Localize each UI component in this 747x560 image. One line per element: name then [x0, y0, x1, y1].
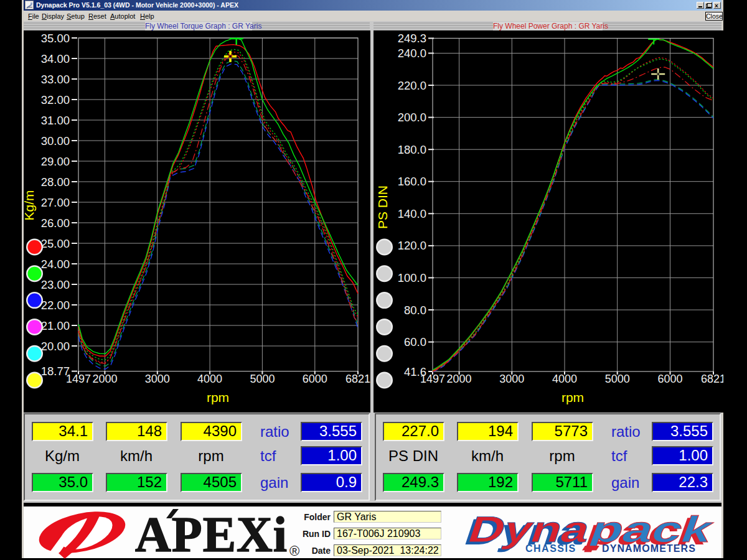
svg-text:30.00: 30.00 — [41, 134, 70, 147]
svg-text:160.0: 160.0 — [398, 175, 426, 188]
svg-text:120.0: 120.0 — [398, 239, 426, 252]
svg-text:240.0: 240.0 — [398, 47, 426, 60]
svg-text:APEXi: APEXi — [135, 507, 288, 560]
svg-text:26.00: 26.00 — [41, 217, 70, 230]
svg-text:1497: 1497 — [66, 373, 91, 385]
svg-text:220.0: 220.0 — [398, 79, 426, 92]
svg-text:180.0: 180.0 — [398, 143, 426, 156]
svg-text:21.00: 21.00 — [41, 319, 70, 332]
svg-text:6821: 6821 — [345, 373, 370, 385]
svg-text:33.00: 33.00 — [41, 73, 70, 86]
svg-text:6821: 6821 — [701, 373, 723, 385]
svg-text:2000: 2000 — [92, 373, 117, 385]
svg-text:23.00: 23.00 — [41, 278, 70, 291]
svg-text:DYNAMOMETERS: DYNAMOMETERS — [602, 543, 696, 554]
svg-text:249.3: 249.3 — [398, 32, 426, 45]
svg-text:31.00: 31.00 — [41, 114, 70, 127]
svg-text:CHASSIS: CHASSIS — [525, 543, 576, 554]
svg-text:rpm: rpm — [561, 390, 584, 404]
svg-text:24.00: 24.00 — [41, 258, 70, 271]
svg-text:Kg/m: Kg/m — [24, 190, 36, 220]
svg-text:140.0: 140.0 — [398, 207, 426, 220]
svg-text:6000: 6000 — [303, 373, 327, 385]
svg-text:34.00: 34.00 — [41, 52, 70, 65]
svg-text:27.00: 27.00 — [41, 196, 70, 209]
svg-text:32.00: 32.00 — [41, 93, 70, 106]
svg-text:5000: 5000 — [250, 373, 275, 385]
svg-text:29.00: 29.00 — [41, 155, 70, 168]
svg-text:35.00: 35.00 — [41, 32, 70, 45]
svg-text:4000: 4000 — [197, 373, 222, 385]
svg-text:200.0: 200.0 — [398, 111, 426, 124]
svg-text:80.0: 80.0 — [404, 304, 426, 317]
svg-text:60.0: 60.0 — [404, 335, 426, 348]
svg-text:PS DIN: PS DIN — [375, 185, 390, 229]
svg-text:22.00: 22.00 — [41, 299, 70, 312]
svg-text:28.00: 28.00 — [41, 175, 70, 189]
svg-text:3000: 3000 — [145, 373, 170, 385]
svg-text:rpm: rpm — [207, 390, 229, 404]
svg-text:20.00: 20.00 — [41, 340, 70, 353]
svg-text:100.0: 100.0 — [398, 271, 426, 284]
svg-text:25.00: 25.00 — [41, 237, 70, 250]
